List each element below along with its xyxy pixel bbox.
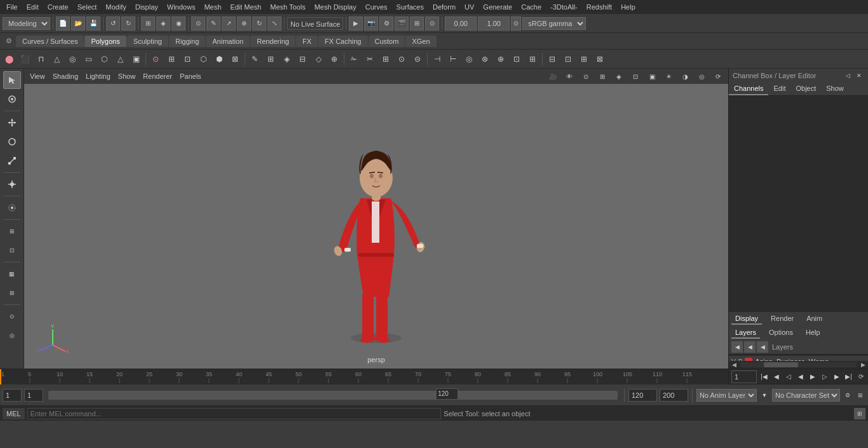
render-settings-btn[interactable]: ⚙: [379, 17, 393, 31]
vt-hide-selected-btn[interactable]: 👁: [562, 69, 577, 84]
layer-arrow-left-btn[interactable]: ◀: [731, 341, 743, 353]
menu-curves[interactable]: Curves: [362, 2, 391, 12]
command-input[interactable]: [27, 408, 442, 419]
vt-view-menu[interactable]: View: [27, 72, 48, 81]
snapshot-btn[interactable]: 📷: [364, 17, 378, 31]
slide-edge-btn[interactable]: ⊝: [410, 51, 425, 67]
menu-mesh-tools[interactable]: Mesh Tools: [266, 2, 309, 12]
subdiv-sphere-btn[interactable]: ⊙: [148, 51, 163, 67]
cube-btn[interactable]: ⬛: [17, 51, 32, 67]
platonic-btn[interactable]: ⬡: [196, 51, 211, 67]
menu-generate[interactable]: Generate: [479, 2, 516, 12]
scroll-left-btn[interactable]: ◀: [729, 361, 739, 369]
next-key-btn[interactable]: ▷: [820, 371, 829, 383]
layers-sub-tab[interactable]: Layers: [731, 327, 760, 339]
new-file-btn[interactable]: 📄: [56, 17, 70, 31]
vt-aa-btn[interactable]: ⟳: [710, 69, 726, 84]
edit-tab[interactable]: Edit: [768, 83, 790, 95]
char-set-dropdown[interactable]: No Character Set: [772, 389, 840, 402]
bridge-btn[interactable]: ⊞: [263, 51, 278, 67]
collapse-btn[interactable]: ◈: [279, 51, 294, 67]
vt-use-all-lights-btn[interactable]: ☀: [661, 69, 676, 84]
extrude-btn[interactable]: ✎: [247, 51, 262, 67]
timeline-ruler[interactable]: 1 5 10 15 20 25 30 35 40 45 50 55 60: [0, 369, 728, 384]
vt-ambient-occlusion-btn[interactable]: ◎: [694, 69, 709, 84]
reduce-btn[interactable]: ⊛: [477, 51, 492, 67]
bool-union-btn[interactable]: ⊕: [327, 51, 342, 67]
subdiv-cube-btn[interactable]: ⊞: [164, 51, 179, 67]
soft-select-btn[interactable]: [3, 199, 21, 217]
cylinder-btn[interactable]: ⊓: [33, 51, 48, 67]
menu-redshift[interactable]: Redshift: [583, 2, 616, 12]
prev-frame-btn[interactable]: ◀: [771, 371, 781, 383]
tab-polygons[interactable]: Polygons: [85, 36, 126, 47]
display-settings-btn[interactable]: ⊞: [410, 17, 424, 31]
h-scrollbar[interactable]: ◀ ▶: [729, 361, 868, 369]
select-by-hierarchy-btn[interactable]: ⊞: [141, 17, 155, 31]
frame-field[interactable]: 1: [24, 389, 43, 402]
sphere-btn[interactable]: ⬤: [1, 51, 17, 67]
move-tool-btn[interactable]: [3, 114, 21, 132]
move-btn[interactable]: ⊕: [237, 17, 251, 31]
show-tab[interactable]: Show: [821, 83, 849, 95]
vt-renderer-menu[interactable]: Renderer: [140, 72, 175, 81]
render-layer-tab[interactable]: Render: [767, 313, 797, 325]
vt-smooth-shade-btn[interactable]: ⊡: [628, 69, 643, 84]
menu-edit-mesh[interactable]: Edit Mesh: [226, 2, 265, 12]
menu-select[interactable]: Select: [74, 2, 101, 12]
mirror-btn[interactable]: ⊣: [430, 51, 445, 67]
range-end-field[interactable]: 120: [436, 388, 458, 400]
tab-fx[interactable]: FX: [296, 36, 318, 47]
channels-tab[interactable]: Channels: [729, 83, 768, 95]
tab-gear-icon[interactable]: ⚙: [3, 35, 15, 48]
prev-key-btn[interactable]: ◁: [783, 371, 793, 383]
mel-icon[interactable]: ⊞: [854, 408, 865, 419]
options-sub-tab[interactable]: Options: [765, 327, 797, 339]
range-start-field[interactable]: 1: [3, 389, 22, 402]
select-by-component-btn[interactable]: ◈: [156, 17, 170, 31]
smooth-btn[interactable]: ◎: [461, 51, 477, 67]
vt-lighting-menu[interactable]: Lighting: [83, 72, 114, 81]
create-uvs-btn[interactable]: ⊟: [545, 51, 560, 67]
connect-btn[interactable]: ⊞: [378, 51, 393, 67]
vt-shaded-btn[interactable]: ◈: [611, 69, 627, 84]
split-poly-btn[interactable]: ✁: [346, 51, 362, 67]
ipr-btn[interactable]: 🎬: [395, 17, 409, 31]
menu-mesh-display[interactable]: Mesh Display: [311, 2, 360, 12]
menu-create[interactable]: Create: [44, 2, 72, 12]
planar-map-btn[interactable]: ⊡: [560, 51, 576, 67]
tab-curves-surfaces[interactable]: Curves / Surfaces: [16, 36, 84, 47]
help-sub-tab[interactable]: Help: [802, 327, 824, 339]
display-layer-tab[interactable]: Display: [731, 313, 762, 325]
timeline-slider[interactable]: 120: [48, 391, 618, 400]
menu-surfaces[interactable]: Surfaces: [393, 2, 428, 12]
vt-select-camera-btn[interactable]: 🎥: [545, 69, 560, 84]
render-view-btn[interactable]: ▶: [349, 17, 363, 31]
go-end-btn[interactable]: ▶|: [844, 371, 853, 383]
paint-select-btn[interactable]: ✎: [207, 17, 220, 31]
current-time-field[interactable]: 1: [731, 370, 757, 383]
scrollbar-thumb[interactable]: [764, 362, 799, 367]
flip-btn[interactable]: ⊟: [295, 51, 310, 67]
undo-btn[interactable]: ↺: [106, 17, 120, 31]
gear-mesh-btn[interactable]: ⬢: [212, 51, 227, 67]
vt-wireframe-btn[interactable]: ⊞: [595, 69, 610, 84]
torus-btn[interactable]: ◎: [65, 51, 80, 67]
menu-cache[interactable]: Cache: [517, 2, 545, 12]
tab-xgen[interactable]: XGen: [405, 36, 436, 47]
cut-faces-btn[interactable]: ✂: [362, 51, 377, 67]
viewport-canvas[interactable]: X Y Z persp: [24, 84, 728, 369]
menu-uv[interactable]: UV: [461, 2, 478, 12]
save-file-btn[interactable]: 💾: [86, 17, 100, 31]
colorspace-dropdown[interactable]: sRGB gamma: [522, 17, 586, 30]
tab-sculpting[interactable]: Sculpting: [127, 36, 168, 47]
symmetrize-btn[interactable]: ⊢: [445, 51, 461, 67]
layer-arrow-up-btn[interactable]: ◀: [757, 341, 768, 353]
cone-btn[interactable]: △: [49, 51, 64, 67]
char-set-settings-btn[interactable]: ⚙: [843, 390, 853, 400]
vt-shadow-btn[interactable]: ◑: [677, 69, 693, 84]
select-tool-btn[interactable]: ↗: [222, 17, 236, 31]
panel-close-btn[interactable]: ✕: [854, 71, 864, 81]
next-frame-btn[interactable]: ▶: [832, 371, 841, 383]
menu-windows[interactable]: Windows: [163, 2, 200, 12]
